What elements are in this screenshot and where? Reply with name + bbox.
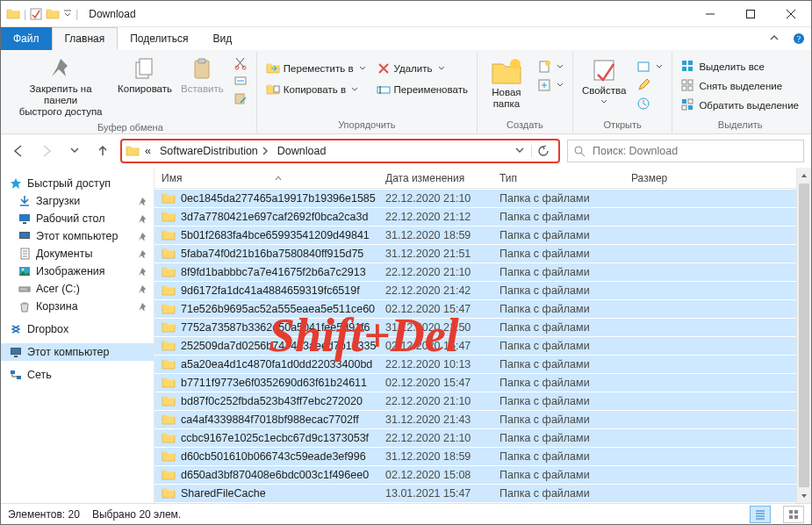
new-item-button[interactable] bbox=[534, 59, 567, 75]
collapse-ribbon-button[interactable] bbox=[762, 27, 787, 50]
tab-file[interactable]: Файл bbox=[1, 27, 52, 50]
column-header-name[interactable]: Имя bbox=[154, 172, 378, 184]
properties-button[interactable]: Свойства bbox=[578, 55, 630, 107]
copy-button[interactable]: Копировать bbox=[115, 55, 175, 97]
qat-dropdown-icon[interactable] bbox=[63, 10, 72, 18]
address-dropdown-button[interactable] bbox=[510, 147, 529, 155]
table-row[interactable]: 252509da7d0256b7474a3aeed7b1133502.12.20… bbox=[154, 336, 811, 355]
sidebar-this-pc[interactable]: Этот компьютер bbox=[1, 343, 154, 361]
breadcrumb-download[interactable]: Download bbox=[274, 145, 330, 157]
sidebar-item-downloads[interactable]: Загрузки bbox=[1, 192, 154, 210]
copy-path-button[interactable] bbox=[230, 73, 251, 89]
file-date: 22.12.2020 10:13 bbox=[378, 358, 492, 370]
sidebar-item-acer-c[interactable]: Acer (C:) bbox=[1, 280, 154, 298]
select-none-button[interactable]: Снять выделение bbox=[678, 78, 802, 94]
svg-rect-5 bbox=[140, 59, 152, 75]
table-row[interactable]: 5faba74f0d21b16ba7580840ff915d7531.12.20… bbox=[154, 244, 811, 262]
sidebar-item-this-pc-qa[interactable]: Этот компьютер bbox=[1, 227, 154, 245]
move-to-button[interactable]: Переместить в bbox=[262, 61, 370, 76]
table-row[interactable]: a5a20ea4d1c4870fa1d0dd22033400bd22.12.20… bbox=[154, 355, 811, 373]
ribbon-group-organize: Переместить в Копировать в Удалить Переи… bbox=[257, 52, 478, 133]
sidebar-item-desktop[interactable]: Рабочий стол bbox=[1, 210, 154, 227]
table-row[interactable]: 9d6172fa1dc41a4884659319fc6519f22.12.202… bbox=[154, 281, 811, 299]
breadcrumb-softwaredistribution[interactable]: SoftwareDistribution bbox=[156, 145, 272, 157]
table-row[interactable]: SharedFileCache13.01.2021 15:47Папка с ф… bbox=[154, 484, 811, 502]
large-icons-view-button[interactable] bbox=[783, 506, 804, 523]
paste-icon bbox=[190, 57, 214, 82]
tab-view[interactable]: Вид bbox=[200, 27, 244, 50]
table-row[interactable]: 5b01f2683fa4bce65993541209d4984131.12.20… bbox=[154, 226, 811, 244]
close-button[interactable] bbox=[771, 1, 811, 27]
pin-to-quick-access-button[interactable]: Закрепить на панели быстрого доступа bbox=[10, 55, 111, 120]
breadcrumb-prefix[interactable]: « bbox=[141, 145, 154, 157]
details-view-button[interactable] bbox=[750, 506, 771, 523]
sidebar-dropbox[interactable]: Dropbox bbox=[1, 320, 154, 338]
ribbon-tabs: Файл Главная Поделиться Вид ? bbox=[1, 27, 811, 50]
help-button[interactable]: ? bbox=[787, 27, 811, 50]
forward-button[interactable] bbox=[36, 140, 57, 162]
scroll-up-button[interactable] bbox=[797, 168, 812, 183]
copy-to-button[interactable]: Копировать в bbox=[262, 82, 370, 97]
qat-properties-icon[interactable] bbox=[30, 8, 42, 20]
file-type: Папка с файлами bbox=[492, 303, 624, 315]
sidebar-item-documents[interactable]: Документы bbox=[1, 245, 154, 262]
sidebar-quick-access[interactable]: Быстрый доступ bbox=[1, 175, 154, 192]
svg-rect-37 bbox=[20, 233, 29, 238]
delete-button[interactable]: Удалить bbox=[373, 61, 471, 76]
scroll-down-button[interactable] bbox=[797, 488, 812, 503]
file-type: Папка с файлами bbox=[492, 248, 624, 260]
sidebar-item-recycle[interactable]: Корзина bbox=[1, 298, 154, 315]
history-button[interactable] bbox=[633, 96, 666, 111]
paste-button[interactable]: Вставить bbox=[178, 55, 226, 97]
up-button[interactable] bbox=[92, 140, 113, 162]
content-area: Быстрый доступ Загрузки Рабочий стол Это… bbox=[1, 168, 811, 503]
tab-share[interactable]: Поделиться bbox=[118, 27, 200, 50]
invert-selection-button[interactable]: Обратить выделение bbox=[678, 97, 802, 113]
address-bar[interactable]: « SoftwareDistribution Download bbox=[120, 139, 560, 163]
table-row[interactable]: 7752a73587b3362d50a5041fee5d91f631.12.20… bbox=[154, 318, 811, 336]
file-type: Папка с файлами bbox=[492, 211, 624, 223]
table-row[interactable]: ca4af4339884f7018bf988ecac7702ff31.12.20… bbox=[154, 410, 811, 428]
cut-button[interactable] bbox=[230, 55, 251, 71]
table-row[interactable]: bd87f0c252fbda523b43ff7ebc27202022.12.20… bbox=[154, 392, 811, 410]
column-header-type[interactable]: Тип bbox=[492, 172, 624, 184]
tab-home[interactable]: Главная bbox=[52, 27, 119, 50]
sidebar-network[interactable]: Сеть bbox=[1, 366, 154, 384]
folder-icon bbox=[162, 320, 176, 334]
file-name: 5faba74f0d21b16ba7580840ff915d75 bbox=[181, 248, 363, 260]
paste-shortcut-button[interactable] bbox=[230, 90, 251, 106]
table-row[interactable]: 71e526b9695ac52a555eaea5e511ce6002.12.20… bbox=[154, 299, 811, 318]
table-row[interactable]: b7711f9773e6f0352690d63f61b2461102.12.20… bbox=[154, 373, 811, 392]
table-row[interactable]: 0ec1845da277465a19917b19396e158522.12.20… bbox=[154, 189, 811, 207]
recent-locations-button[interactable] bbox=[64, 140, 85, 162]
table-row[interactable]: d650ad3bf870408e6bdc003c1f496ee002.12.20… bbox=[154, 465, 811, 484]
ribbon-group-clipboard: Закрепить на панели быстрого доступа Коп… bbox=[4, 52, 257, 133]
easy-access-button[interactable] bbox=[534, 77, 567, 93]
table-row[interactable]: ccbc9167e1025c1ecbc67d9c1373053f22.12.20… bbox=[154, 428, 811, 447]
maximize-button[interactable] bbox=[730, 1, 771, 27]
scrollbar-thumb[interactable] bbox=[799, 183, 809, 487]
rename-button[interactable]: Переименовать bbox=[373, 82, 471, 97]
new-folder-button[interactable]: Новая папка bbox=[483, 55, 530, 111]
dropbox-icon bbox=[10, 323, 22, 335]
folder-icon bbox=[162, 431, 176, 445]
column-header-size[interactable]: Размер bbox=[624, 172, 703, 184]
table-row[interactable]: 8f9fd1babbbc7a7e41675f2b6a7c291322.12.20… bbox=[154, 262, 811, 281]
svg-rect-44 bbox=[11, 349, 20, 354]
edit-button[interactable] bbox=[633, 77, 666, 93]
search-input[interactable] bbox=[591, 144, 798, 158]
search-box[interactable] bbox=[567, 140, 804, 162]
sidebar-item-pictures[interactable]: Изображения bbox=[1, 262, 154, 280]
svg-text:?: ? bbox=[797, 34, 801, 44]
new-folder-icon bbox=[491, 57, 522, 85]
open-button[interactable] bbox=[633, 59, 666, 75]
vertical-scrollbar[interactable] bbox=[796, 168, 811, 503]
table-row[interactable]: d60cb501610b066743c59eade3ef99631.12.202… bbox=[154, 447, 811, 465]
minimize-button[interactable] bbox=[690, 1, 730, 27]
refresh-button[interactable] bbox=[531, 145, 555, 157]
column-header-date[interactable]: Дата изменения bbox=[378, 172, 492, 184]
qat-folder-icon-2[interactable] bbox=[46, 7, 60, 21]
back-button[interactable] bbox=[8, 140, 29, 162]
table-row[interactable]: 3d7a7780421e697caf2692f0bca2ca3d22.12.20… bbox=[154, 207, 811, 226]
select-all-button[interactable]: Выделить все bbox=[678, 59, 802, 75]
